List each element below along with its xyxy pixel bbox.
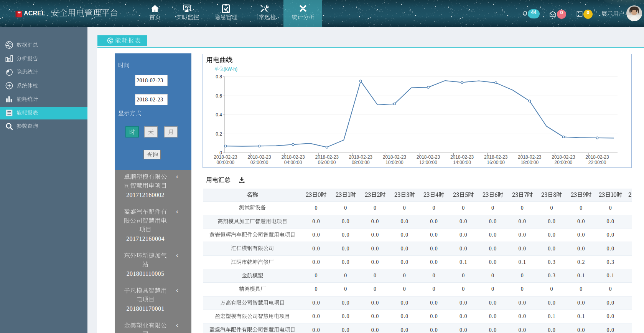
svg-text:16:00:00: 16:00:00 xyxy=(487,160,505,165)
svg-text:0.6: 0.6 xyxy=(216,93,222,99)
svg-text:18:00:00: 18:00:00 xyxy=(520,160,539,165)
svg-text:2018-02-23: 2018-02-23 xyxy=(450,154,474,160)
svg-text:2018-02-23: 2018-02-23 xyxy=(214,154,237,160)
svg-text:0.2: 0.2 xyxy=(216,131,222,137)
svg-text:2018-02-23: 2018-02-23 xyxy=(315,154,339,160)
svg-text:2018-02-23: 2018-02-23 xyxy=(552,154,575,160)
svg-text:2018-02-23: 2018-02-23 xyxy=(349,154,373,160)
svg-text:2018-02-23: 2018-02-23 xyxy=(281,154,305,160)
svg-text:00:00:00: 00:00:00 xyxy=(217,160,235,165)
svg-text:22:00:00: 22:00:00 xyxy=(588,160,606,165)
svg-text:10:00:00: 10:00:00 xyxy=(385,160,404,165)
svg-text:06:00:00: 06:00:00 xyxy=(318,160,336,165)
svg-text:20:00:00: 20:00:00 xyxy=(555,160,573,165)
svg-text:2018-02-23: 2018-02-23 xyxy=(518,154,542,160)
svg-text:0.4: 0.4 xyxy=(216,112,222,118)
svg-text:12:00:00: 12:00:00 xyxy=(419,160,437,165)
svg-text:2018-02-23: 2018-02-23 xyxy=(484,154,508,160)
svg-text:2018-02-23: 2018-02-23 xyxy=(585,154,609,160)
svg-text:2018-02-23: 2018-02-23 xyxy=(247,154,271,160)
svg-text:0.8: 0.8 xyxy=(216,74,222,80)
svg-text:2018-02-23: 2018-02-23 xyxy=(417,154,440,160)
svg-text:2018-02-23: 2018-02-23 xyxy=(383,154,407,160)
svg-text:08:00:00: 08:00:00 xyxy=(352,160,370,165)
svg-text:14:00:00: 14:00:00 xyxy=(453,160,471,165)
svg-text:02:00:00: 02:00:00 xyxy=(250,160,268,165)
svg-text:04:00:00: 04:00:00 xyxy=(284,160,302,165)
